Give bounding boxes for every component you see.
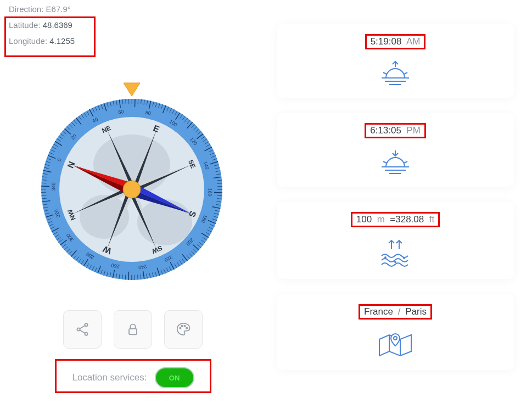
- svg-line-214: [41, 186, 49, 187]
- svg-point-258: [395, 261, 396, 262]
- sunset-period: PM: [406, 125, 421, 136]
- altitude-m-unit: m: [377, 214, 385, 225]
- sunrise-icon: [378, 59, 412, 87]
- lock-icon: [125, 322, 141, 337]
- share-button[interactable]: [63, 310, 102, 349]
- svg-point-233: [85, 323, 87, 326]
- svg-point-235: [85, 333, 87, 335]
- svg-text:240: 240: [138, 264, 147, 270]
- svg-line-115: [214, 192, 222, 193]
- altitude-m-value: 100: [356, 214, 372, 225]
- sunset-time: 6:13:05: [370, 125, 401, 136]
- location-country: France: [364, 306, 393, 317]
- svg-text:340: 340: [51, 182, 57, 191]
- palette-icon: [175, 321, 192, 338]
- svg-line-248: [404, 72, 407, 74]
- svg-point-241: [184, 326, 186, 327]
- svg-point-239: [180, 327, 181, 329]
- palette-button[interactable]: [164, 310, 203, 349]
- svg-line-66: [135, 99, 135, 107]
- sunset-card: 6:13:05 PM: [277, 113, 514, 187]
- svg-point-257: [385, 257, 386, 258]
- svg-point-26: [123, 181, 141, 198]
- svg-line-253: [383, 161, 387, 163]
- location-highlight-box: [55, 359, 211, 393]
- svg-rect-238: [129, 329, 137, 335]
- svg-text:80: 80: [145, 110, 152, 116]
- svg-line-236: [80, 326, 85, 329]
- share-icon: [75, 322, 90, 337]
- svg-point-259: [404, 257, 405, 259]
- sunrise-time: 5:19:08: [371, 36, 402, 47]
- svg-line-165: [128, 272, 129, 280]
- map-pin-icon: [377, 329, 413, 359]
- location-city: Paris: [405, 306, 427, 317]
- altitude-ft-value: 328.08: [395, 214, 424, 225]
- compass[interactable]: 0204060801001201401601802002202402602803…: [38, 80, 225, 299]
- svg-point-240: [181, 326, 183, 327]
- altitude-icon: [378, 237, 412, 268]
- svg-text:60: 60: [118, 109, 124, 115]
- direction-label: Direction:: [9, 4, 43, 14]
- svg-line-237: [80, 330, 85, 333]
- sunset-icon: [378, 148, 412, 176]
- location-card: France / Paris: [277, 294, 514, 370]
- svg-text:160: 160: [207, 188, 213, 197]
- altitude-card: 100 m =328.08 ft: [277, 202, 514, 279]
- sunrise-card: 5:19:08 AM: [277, 24, 514, 98]
- sunrise-period: AM: [406, 36, 421, 47]
- location-sep: /: [398, 306, 401, 317]
- svg-line-254: [404, 161, 407, 163]
- coords-highlight-box: [4, 16, 96, 57]
- svg-marker-0: [124, 83, 140, 96]
- svg-line-247: [383, 72, 387, 74]
- direction-value: E67.9°: [46, 4, 71, 14]
- svg-point-234: [77, 328, 80, 330]
- altitude-eq: =: [390, 214, 395, 225]
- lock-button[interactable]: [114, 310, 152, 349]
- altitude-ft-unit: ft: [429, 214, 434, 225]
- svg-point-242: [186, 327, 188, 329]
